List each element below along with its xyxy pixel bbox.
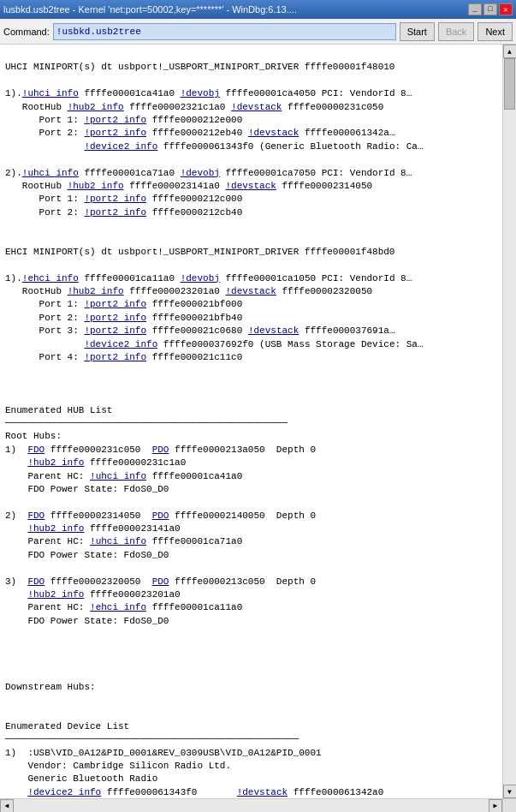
- link-ehci-info-1[interactable]: !ehci info: [22, 273, 79, 284]
- line-ehci-roothub: RootHub !hub2 info ffffe000023201a0 !dev…: [5, 286, 372, 296]
- line-ehci-port4: Port 4: !port2 info ffffe000021c11c0: [5, 352, 242, 362]
- link-hub2-info-1[interactable]: !hub2 info: [68, 102, 124, 112]
- next-button[interactable]: Next: [477, 22, 513, 41]
- link-fdo-2[interactable]: FDO: [27, 510, 44, 521]
- close-button[interactable]: ✕: [499, 3, 513, 15]
- content-area: UHCI MINIPORT(s) dt usbport!_USBPORT_MIN…: [0, 45, 516, 798]
- line-enum-hub-list: Enumerated HUB List: [5, 405, 112, 415]
- line-divider2: ────────────────────────────────────────…: [5, 734, 299, 744]
- link-devstack-1b[interactable]: !devstack: [248, 128, 299, 138]
- link-hub2-info-rh1[interactable]: !hub2 info: [27, 457, 84, 468]
- link-uhci-info-rh2[interactable]: !uhci info: [90, 536, 146, 546]
- line-root-hub-2-hub2: !hub2 info ffffe000023141a0: [5, 523, 181, 534]
- line-root-hub-3-parent: Parent HC: !ehci info ffffe00001ca11a0: [5, 602, 242, 612]
- link-pdo-2[interactable]: PDO: [152, 510, 169, 521]
- link-port2-info-1a[interactable]: !port2 info: [84, 115, 146, 125]
- line-ehci-device2: !device2 info ffffe000037692f0 (USB Mass…: [5, 339, 424, 349]
- link-fdo-3[interactable]: FDO: [27, 576, 44, 587]
- link-device2-info-1[interactable]: !device2 info: [84, 141, 157, 152]
- line-root-hub-3: 3) FDO ffffe00002320050 PDO ffffe0000213…: [5, 576, 316, 587]
- link-hub2-info-rh3[interactable]: !hub2 info: [27, 589, 84, 600]
- line-ehci-port3: Port 3: !port2 info ffffe000021c0680 !de…: [5, 325, 395, 336]
- line-ehci-header: EHCI MINIPORT(s) dt usbport!_USBPORT_MIN…: [5, 247, 394, 257]
- line-root-hubs: Root Hubs:: [5, 431, 62, 441]
- line-root-hub-1-hub2: !hub2 info ffffe00000231c1a0: [5, 457, 186, 468]
- line-1-device2: !device2 info ffffe000061343f0 (Generic …: [5, 141, 424, 152]
- link-pdo-3[interactable]: PDO: [152, 576, 169, 587]
- link-port2-info-3c[interactable]: !port2 info: [84, 325, 146, 336]
- scroll-left-arrow[interactable]: ◀: [0, 799, 14, 813]
- scroll-corner: [502, 799, 516, 813]
- link-device2-info-2[interactable]: !device2 info: [84, 339, 157, 349]
- line-root-hub-1-power: FDO Power State: FdoS0_D0: [5, 484, 169, 494]
- link-hub2-info-2[interactable]: !hub2 info: [68, 181, 124, 191]
- link-devobj-3[interactable]: !devobj: [181, 273, 220, 284]
- line-root-hub-2-parent: Parent HC: !uhci info ffffe00001ca71a0: [5, 536, 242, 546]
- line-divider1: ────────────────────────────────────────…: [5, 418, 288, 428]
- line-ehci-port1: Port 1: !port2 info ffffe000021bf000: [5, 299, 242, 309]
- text-output[interactable]: UHCI MINIPORT(s) dt usbport!_USBPORT_MIN…: [0, 45, 502, 798]
- link-port2-info-1b[interactable]: !port2 info: [84, 128, 146, 138]
- link-devstack-3c[interactable]: !devstack: [248, 325, 299, 336]
- line-1-roothub: RootHub !hub2 info ffffe00002321c1a0 !de…: [5, 102, 383, 112]
- link-devstack-3[interactable]: !devstack: [225, 286, 276, 296]
- link-hub2-info-rh2[interactable]: !hub2 info: [27, 523, 84, 534]
- link-port2-info-3d[interactable]: !port2 info: [84, 352, 146, 362]
- link-port2-info-2b[interactable]: !port2 info: [84, 207, 146, 218]
- link-uhci-info-2[interactable]: !uhci info: [22, 168, 79, 178]
- line-dev-1-device2: !device2 info ffffe000061343f0 !devstack…: [5, 787, 383, 797]
- back-button[interactable]: Back: [438, 22, 474, 41]
- link-hub2-info-3[interactable]: !hub2 info: [68, 286, 124, 296]
- scroll-thumb-v[interactable]: [504, 58, 515, 110]
- scroll-track-h[interactable]: [14, 799, 489, 812]
- link-devobj-1[interactable]: !devobj: [181, 88, 220, 99]
- line-root-hub-1: 1) FDO ffffe0000231c050 PDO ffffe0000213…: [5, 445, 316, 455]
- link-fdo-1[interactable]: FDO: [27, 445, 44, 455]
- link-devstack-1[interactable]: !devstack: [231, 102, 282, 112]
- link-devobj-2[interactable]: !devobj: [181, 168, 220, 178]
- line-1-port1: Port 1: !port2 info ffffe0000212e000: [5, 115, 242, 125]
- line-1-ehci: 1).!ehci info ffffe00001ca11a0 !devobj f…: [5, 273, 412, 284]
- title-bar: lusbkd.usb2tree - Kernel 'net:port=50002…: [0, 0, 516, 19]
- minimize-button[interactable]: _: [468, 3, 482, 15]
- line-dev-1-id: 1) :USB\VID_0A12&PID_0001&REV_0309USB\VI…: [5, 748, 322, 758]
- command-label: Command:: [3, 27, 50, 37]
- line-root-hub-2: 2) FDO ffffe00002314050 PDO ffffe0000214…: [5, 510, 316, 521]
- link-devstack-d1[interactable]: !devstack: [237, 787, 288, 797]
- command-input[interactable]: [53, 23, 396, 40]
- line-downstream-hubs: Downstream Hubs:: [5, 682, 96, 692]
- line-dev-1-vendor: Vendor: Cambridge Silicon Radio Ltd.: [5, 761, 231, 771]
- line-enum-dev-list: Enumerated Device List: [5, 721, 129, 731]
- line-root-hub-2-power: FDO Power State: FdoS0_D0: [5, 550, 169, 560]
- line-dev-1-name: Generic Bluetooth Radio: [5, 773, 157, 784]
- horizontal-scrollbar[interactable]: ◀ ▶: [0, 798, 516, 812]
- line-2-roothub: RootHub !hub2 info ffffe000023141a0 !dev…: [5, 181, 372, 191]
- line-2-port2: Port 2: !port2 info ffffe0000212cb40: [5, 207, 242, 218]
- scroll-right-arrow[interactable]: ▶: [489, 799, 502, 813]
- vertical-scrollbar[interactable]: ▲ ▼: [502, 45, 516, 798]
- maximize-button[interactable]: □: [483, 3, 497, 15]
- line-root-hub-3-hub2: !hub2 info ffffe000023201a0: [5, 589, 181, 600]
- line-root-hub-1-parent: Parent HC: !uhci info ffffe00001ca41a0: [5, 471, 242, 481]
- line-ehci-port2: Port 2: !port2 info ffffe000021bfb40: [5, 313, 242, 323]
- line-1-port2: Port 2: !port2 info ffffe0000212eb40 !de…: [5, 128, 395, 138]
- link-port2-info-3b[interactable]: !port2 info: [84, 313, 146, 323]
- link-uhci-info-rh1[interactable]: !uhci info: [90, 471, 146, 481]
- start-button[interactable]: Start: [400, 22, 435, 41]
- line-1-uhci: 1).!uhci info ffffe00001ca41a0 !devobj f…: [5, 88, 412, 99]
- line-uhci-header: UHCI MINIPORT(s) dt usbport!_USBPORT_MIN…: [5, 62, 394, 72]
- link-pdo-1[interactable]: PDO: [152, 445, 169, 455]
- line-root-hub-3-power: FDO Power State: FdoS0_D0: [5, 616, 169, 626]
- link-port2-info-2a[interactable]: !port2 info: [84, 194, 146, 204]
- line-2-uhci: 2).!uhci info ffffe00001ca71a0 !devobj f…: [5, 168, 412, 178]
- link-devstack-2[interactable]: !devstack: [225, 181, 276, 191]
- scroll-up-arrow[interactable]: ▲: [503, 45, 517, 58]
- title-text: lusbkd.usb2tree - Kernel 'net:port=50002…: [3, 4, 468, 15]
- scroll-track-v[interactable]: [503, 58, 516, 785]
- toolbar: Command: Start Back Next: [0, 19, 516, 45]
- link-ehci-info-rh3[interactable]: !ehci info: [90, 602, 146, 612]
- scroll-down-arrow[interactable]: ▼: [503, 785, 517, 798]
- link-port2-info-3a[interactable]: !port2 info: [84, 299, 146, 309]
- link-device2-info-d1[interactable]: !device2 info: [27, 787, 101, 797]
- link-uhci-info-1[interactable]: !uhci info: [22, 88, 79, 99]
